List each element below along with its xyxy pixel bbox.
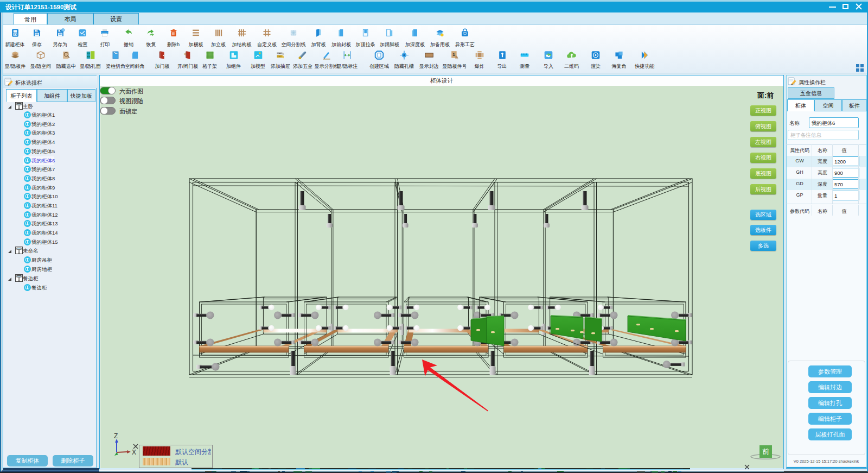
svg-text:X: X (132, 449, 136, 456)
svg-text:Z: Z (114, 432, 118, 440)
svg-text:1: 1 (452, 52, 455, 57)
